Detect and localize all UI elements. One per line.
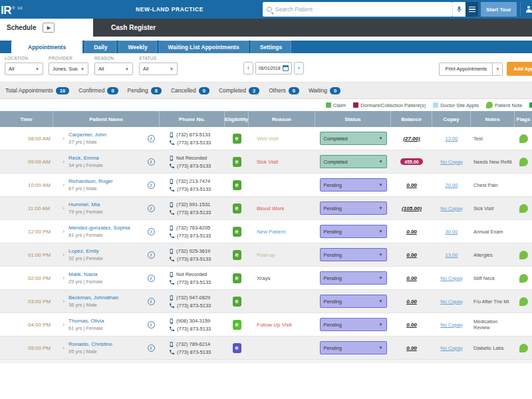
patient-name-link[interactable]: Thomas, Olivia	[68, 318, 104, 324]
patient-note-flag-icon[interactable]	[519, 344, 528, 352]
balance-amount[interactable]: 0.00	[406, 182, 417, 188]
status-dropdown[interactable]: Pending ▼	[320, 201, 387, 215]
eligibility-badge[interactable]: e	[233, 320, 241, 330]
print-appointments-button[interactable]: Print Appointments	[439, 63, 493, 76]
reason-select[interactable]: All▼	[94, 63, 133, 75]
patient-search[interactable]	[263, 2, 452, 17]
tab-daily[interactable]: Daily	[84, 41, 116, 53]
status-dropdown[interactable]: Pending ▼	[320, 295, 387, 308]
chevron-right-icon[interactable]: ›	[63, 251, 65, 258]
patient-note-flag-icon[interactable]	[519, 297, 528, 306]
eligibility-badge[interactable]: e	[233, 203, 241, 213]
start-tour-button[interactable]: Start Tour	[481, 2, 517, 17]
patient-info-icon[interactable]: i	[148, 205, 155, 212]
hamburger-menu-button[interactable]	[466, 2, 478, 17]
patient-info-icon[interactable]: i	[148, 251, 155, 259]
eligibility-badge[interactable]: e	[233, 157, 241, 167]
status-dropdown[interactable]: Pending ▼	[320, 248, 387, 261]
patient-info-icon[interactable]: i	[148, 158, 155, 166]
balance-amount[interactable]: 0.00	[406, 229, 417, 235]
chevron-right-icon[interactable]: ›	[63, 275, 65, 281]
status-dropdown[interactable]: Pending ▼	[320, 225, 387, 238]
balance-amount[interactable]: (105.00)	[402, 205, 422, 211]
eligibility-badge[interactable]: e	[233, 134, 241, 144]
patient-note-flag-icon[interactable]	[519, 158, 528, 166]
balance-amount[interactable]: 455.00	[400, 158, 422, 165]
patient-name-link[interactable]: Mendez-gonzalez, Sophia	[68, 225, 130, 231]
patient-note-flag-icon[interactable]	[519, 134, 528, 143]
chevron-right-icon[interactable]: ›	[63, 135, 65, 142]
copay-link[interactable]: 13.00	[446, 252, 458, 258]
balance-amount[interactable]: 0.00	[406, 345, 417, 351]
chevron-right-icon[interactable]: ›	[63, 158, 65, 165]
chevron-right-icon[interactable]: ›	[63, 182, 65, 188]
status-dropdown[interactable]: Pending ▼	[320, 318, 387, 331]
patient-name-link[interactable]: Lopez, Emily	[68, 248, 103, 254]
status-dropdown[interactable]: Completed ▼	[320, 132, 387, 145]
patient-name-link[interactable]: Ronaldo, Christino	[68, 341, 112, 347]
tab-weekly[interactable]: Weekly	[118, 41, 156, 53]
location-select[interactable]: All▼	[5, 63, 43, 75]
calendar-icon[interactable]	[283, 65, 289, 71]
patient-name-link[interactable]: Beckman, Johnathan	[68, 295, 118, 301]
nav-tab-schedule[interactable]: Schedule ▶	[0, 19, 93, 37]
copay-link[interactable]: 20.00	[446, 182, 458, 188]
status-dropdown[interactable]: Completed ▼	[320, 155, 387, 168]
eligibility-badge[interactable]: e	[233, 297, 241, 307]
status-dropdown[interactable]: Pending ▼	[320, 341, 387, 354]
eligibility-badge[interactable]: e	[233, 273, 241, 283]
patient-info-icon[interactable]: i	[148, 182, 155, 189]
provider-select[interactable]: Jones, Susanne▼	[49, 63, 88, 75]
copay-link[interactable]: No Copay	[440, 159, 462, 165]
print-options-caret[interactable]: ▼	[493, 63, 503, 76]
chevron-right-icon[interactable]: ›	[63, 321, 65, 328]
nav-tab-cash-register[interactable]: Cash Register	[102, 19, 165, 37]
patient-name-link[interactable]: Richardson, Roger	[68, 178, 113, 184]
copay-link[interactable]: No Copay	[440, 299, 462, 305]
chevron-right-icon[interactable]: ›	[63, 228, 65, 235]
patient-note-flag-icon[interactable]	[519, 251, 528, 259]
patient-note-flag-icon[interactable]	[519, 274, 528, 283]
next-day-button[interactable]: ›	[294, 62, 304, 74]
eligibility-badge[interactable]: e	[233, 343, 241, 353]
patient-note-flag-icon[interactable]	[519, 204, 528, 213]
status-select[interactable]: All▼	[139, 63, 178, 75]
patient-info-icon[interactable]: i	[148, 135, 155, 142]
tab-settings[interactable]: Settings	[251, 41, 292, 53]
patient-info-icon[interactable]: i	[148, 275, 155, 282]
balance-amount[interactable]: 0.00	[406, 299, 417, 305]
previous-day-button[interactable]: ‹	[243, 62, 253, 74]
balance-amount[interactable]: (27.00)	[403, 136, 420, 142]
balance-amount[interactable]: 0.00	[406, 252, 417, 258]
patient-name-link[interactable]: Reck, Emma	[68, 155, 103, 161]
copay-link[interactable]: No Copay	[440, 345, 462, 351]
chevron-right-icon[interactable]: ›	[63, 298, 65, 305]
tab-appointments[interactable]: Appointments	[11, 41, 82, 53]
copay-link[interactable]: 13.00	[446, 136, 458, 142]
play-icon[interactable]: ▶	[43, 23, 55, 33]
tab-waiting-list-appointments[interactable]: Waiting List Appointments	[159, 41, 249, 53]
patient-info-icon[interactable]: i	[148, 344, 155, 352]
patient-name-link[interactable]: Hummel, Mia	[68, 201, 103, 207]
balance-amount[interactable]: 0.00	[406, 275, 417, 281]
search-input[interactable]	[275, 6, 448, 13]
patient-info-icon[interactable]: i	[148, 298, 155, 305]
date-field[interactable]: 06/01/2018	[255, 62, 292, 74]
user-menu[interactable]: Jones, Susanne	[520, 2, 532, 17]
copay-link[interactable]: 30.00	[446, 229, 458, 235]
eligibility-badge[interactable]: e	[233, 180, 241, 190]
eligibility-badge[interactable]: e	[233, 250, 241, 260]
status-dropdown[interactable]: Pending ▼	[320, 178, 387, 192]
balance-amount[interactable]: 0.00	[406, 322, 417, 328]
eligibility-badge[interactable]: e	[233, 227, 241, 237]
copay-link[interactable]: No Copay	[440, 275, 462, 281]
patient-info-icon[interactable]: i	[148, 228, 155, 235]
chevron-right-icon[interactable]: ›	[63, 205, 65, 211]
status-dropdown[interactable]: Pending ▼	[320, 271, 387, 285]
patient-name-link[interactable]: Carpenter, John	[68, 132, 106, 138]
add-appointment-button[interactable]: Add Appointment	[507, 62, 532, 76]
copay-link[interactable]: No Copay	[440, 322, 462, 328]
copay-link[interactable]: No Copay	[440, 205, 462, 211]
patient-info-icon[interactable]: i	[148, 321, 155, 329]
voice-search-button[interactable]	[452, 2, 466, 17]
